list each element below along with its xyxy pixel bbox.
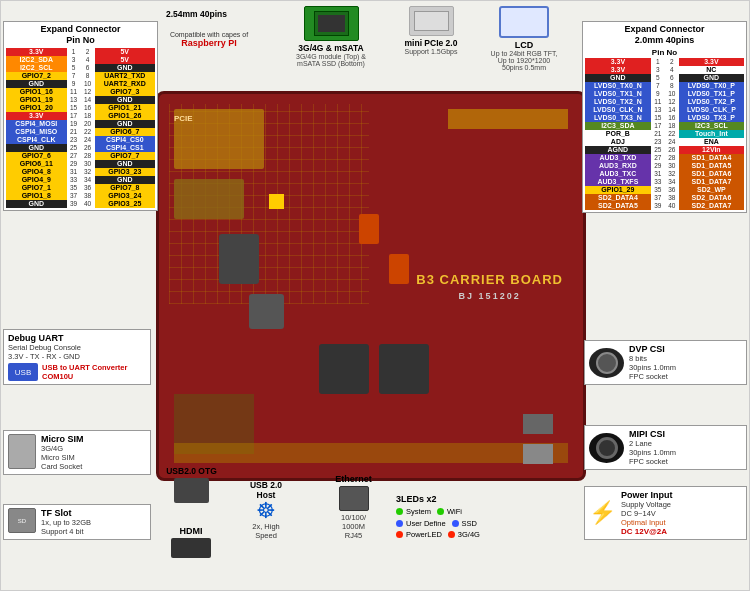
pin-num: 12	[665, 98, 679, 106]
pin-num: 11	[651, 98, 665, 106]
board-component-2	[174, 179, 244, 219]
pin-label: 5V	[95, 56, 156, 64]
cap-1	[359, 214, 379, 244]
pin-label: GPIO6_11	[6, 160, 67, 168]
pin-num: 18	[81, 112, 95, 120]
pin-label: SD1_DATA5	[679, 162, 744, 170]
pin-num: 40	[81, 200, 95, 208]
pin-num: 7	[67, 72, 81, 80]
pin-label: UART2_RXD	[95, 80, 156, 88]
table-row: AUD3_RXD 29 30 SD1_DATA5	[585, 162, 744, 170]
tf-slot-box: SD TF Slot 1x, up to 32GB Support 4 bit	[3, 504, 151, 540]
pin-label: AUD3_TXFS	[585, 178, 651, 186]
pin-num: 10	[81, 80, 95, 88]
pin-label: LVDS0_TX0_P	[679, 82, 744, 90]
micro-sim-desc: 3G/4G Micro SIM Card Socket	[41, 444, 84, 471]
pin-label: GPIO7_8	[95, 184, 156, 192]
port-2	[523, 414, 553, 434]
pin-label: GPIO3_24	[95, 192, 156, 200]
table-row: GND 25 26 CSPI4_CS1	[6, 144, 155, 152]
table-row: GPIO4_9 33 34 GND	[6, 176, 155, 184]
right-expand-connector-panel: Expand Connector 2.0mm 40pins Pin No 3.3…	[582, 21, 747, 213]
pin-num: 19	[67, 120, 81, 128]
debug-uart-link: USB to UART Converter COM10U	[42, 363, 127, 381]
port-1	[523, 444, 553, 464]
pin-label: I2C2_SCL	[6, 64, 67, 72]
pin-num: 4	[81, 56, 95, 64]
mipi-lens	[596, 437, 618, 459]
pin-num: 21	[67, 128, 81, 136]
pin-label: LVDS0_TX0_N	[585, 82, 651, 90]
pin-num: 13	[651, 106, 665, 114]
pin-label: GPIO3_25	[95, 200, 156, 208]
pin-num: 27	[651, 154, 665, 162]
pin-num: 3	[67, 56, 81, 64]
pin-label: GPIO7_2	[6, 72, 67, 80]
pin-num: 30	[665, 162, 679, 170]
table-row: 3.3V 17 18 GPIO1_26	[6, 112, 155, 120]
pcie-label: PCIE	[174, 114, 193, 123]
pin-label: GND	[585, 74, 651, 82]
pin-num: 35	[67, 184, 81, 192]
sim-card-icon	[8, 434, 36, 469]
pin-label: SD1_DATA6	[679, 170, 744, 178]
pin-label: AUD3_RXD	[585, 162, 651, 170]
pin-label: SD1_DATA4	[679, 154, 744, 162]
table-row: SD2_DATA5 39 40 SD2_DATA7	[585, 202, 744, 210]
table-row: LVDS0_TX2_N 11 12 LVDS0_TX2_P	[585, 98, 744, 106]
leds-title: 3LEDs x2	[396, 494, 491, 504]
mini-pcie-icon	[409, 6, 454, 36]
table-row: GPIO7_1 35 36 GPIO7_8	[6, 184, 155, 192]
pin-num: 10	[665, 90, 679, 98]
pin-num: 27	[67, 152, 81, 160]
pin-num: 16	[81, 104, 95, 112]
pin-num: 13	[67, 96, 81, 104]
power-optimal-label: Optimal Input	[621, 518, 673, 527]
dvp-csi-text: DVP CSI 8 bits 30pins 1.0mm FPC socket	[629, 344, 676, 381]
tf-card-icon: SD	[8, 508, 36, 533]
pin-label: LVDS0_TX3_N	[585, 114, 651, 122]
pin-label: 5V	[95, 48, 156, 56]
dvp-camera-icon	[589, 348, 624, 378]
pin-num: 17	[651, 122, 665, 130]
pin-num: 37	[67, 192, 81, 200]
table-row: LVDS0_TX3_N 15 16 LVDS0_TX3_P	[585, 114, 744, 122]
pin-num: 1	[651, 58, 665, 66]
pin-label: 3.3V	[585, 58, 651, 66]
pin-num: 25	[67, 144, 81, 152]
mipi-camera-icon	[589, 433, 624, 463]
table-row: I2C3_SDA 17 18 I2C3_SCL	[585, 122, 744, 130]
power-optimal-value: DC 12V@2A	[621, 527, 673, 536]
pin-num: 11	[67, 88, 81, 96]
pin-num: 14	[665, 106, 679, 114]
micro-sim-box: Micro SIM 3G/4G Micro SIM Card Socket	[3, 430, 151, 475]
table-row: GND 9 10 UART2_RXD	[6, 80, 155, 88]
debug-uart-box: Debug UART Serial Debug Console 3.3V - T…	[3, 329, 151, 385]
table-row: GPIO6_11 29 30 GND	[6, 160, 155, 168]
pin-label: AUD3_TXC	[585, 170, 651, 178]
power-plug-icon: ⚡	[589, 500, 616, 526]
table-row: LVDS0_CLK_N 13 14 LVDS0_CLK_P	[585, 106, 744, 114]
pin-label: 12Vin	[679, 146, 744, 154]
pin-label: GND	[679, 74, 744, 82]
led-system-label: System	[406, 506, 431, 517]
pin-label: CSPI4_MISO	[6, 128, 67, 136]
power-input-box: ⚡ Power Input Supply Voltage DC 9~14V Op…	[584, 486, 747, 540]
table-row: SD2_DATA4 37 38 SD2_DATA6	[585, 194, 744, 202]
usb-symbol: ☸	[226, 500, 306, 522]
pin-label: AGND	[585, 146, 651, 154]
pin-num: 12	[81, 88, 95, 96]
debug-uart-title: Debug UART	[8, 333, 146, 343]
pin-label: SD1_DATA7	[679, 178, 744, 186]
table-row: GPIO1_16 11 12 GPIO7_3	[6, 88, 155, 96]
usb-host-area: USB 2.0 Host ☸ 2x, High Speed	[226, 480, 306, 540]
table-row: I2C2_SDA 3 4 5V	[6, 56, 155, 64]
rpi-compat-text: Compatible with capes of	[164, 31, 254, 38]
usb-host-title: USB 2.0 Host	[226, 480, 306, 500]
table-row: AUD3_TXD 27 28 SD1_DATA4	[585, 154, 744, 162]
pin-label: UART2_TXD	[95, 72, 156, 80]
chip-4	[379, 344, 429, 394]
pin-label: Touch_Int	[679, 130, 744, 138]
pin-label: LVDS0_TX3_P	[679, 114, 744, 122]
led-row-power: PowerLED 3G/4G	[396, 529, 491, 540]
